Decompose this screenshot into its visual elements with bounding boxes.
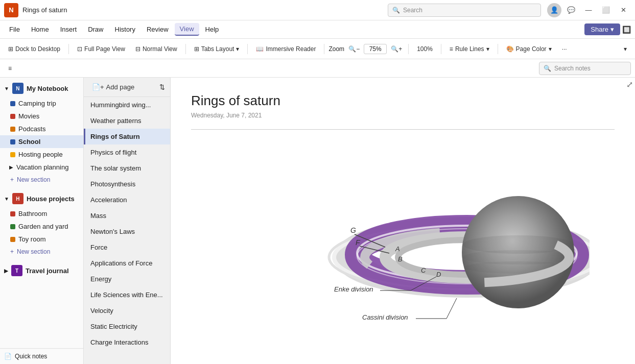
zoom-100-label: 100% — [417, 45, 433, 53]
tabs-layout-button[interactable]: ⊞ Tabs Layout ▾ — [190, 44, 244, 54]
menu-view[interactable]: View — [175, 23, 199, 36]
titlebar-search[interactable]: 🔍 Search — [388, 4, 541, 17]
travel-journal-header[interactable]: ▶ T Travel journal — [0, 262, 83, 279]
note-item-9[interactable]: Force — [84, 239, 170, 255]
sidebar-item-camping-trip[interactable]: Camping trip — [0, 97, 83, 110]
new-section-house-label: New section — [17, 248, 50, 255]
normal-view-label: Normal View — [143, 45, 177, 53]
tabs-chevron-icon: ▾ — [236, 45, 239, 53]
toolbar-sep-4 — [324, 44, 324, 54]
rule-lines-button[interactable]: ≡ Rule Lines ▾ — [445, 44, 493, 54]
dock-to-desktop-button[interactable]: ⊞ Dock to Desktop — [4, 44, 64, 54]
maximize-button[interactable]: ⬜ — [598, 3, 614, 17]
house-projects-header[interactable]: ▼ H House projects — [0, 190, 83, 207]
note-item-3[interactable]: Physics of flight — [84, 144, 170, 160]
add-page-label: Add page — [106, 83, 135, 91]
search-notes-input[interactable]: 🔍 Search notes — [539, 62, 631, 75]
menu-file[interactable]: File — [4, 23, 25, 35]
minimize-button[interactable]: — — [581, 3, 596, 17]
travel-journal-section: ▶ T Travel journal — [0, 260, 83, 281]
sidebar-item-school[interactable]: School — [0, 135, 83, 148]
toolbar-sep-1 — [68, 44, 69, 54]
note-item-0[interactable]: Hummingbird wing... — [84, 97, 170, 113]
collapse-sidebar-button[interactable]: 🔲 — [622, 26, 631, 34]
sidebar: ▼ N My Notebook Camping trip Movies Podc… — [0, 78, 84, 364]
toolbar-sep-7 — [498, 44, 498, 54]
full-page-view-button[interactable]: ⊡ Full Page View — [73, 44, 129, 54]
content-area: ⤢ Rings of saturn Wednesday, June 7, 202… — [171, 78, 635, 364]
page-color-button[interactable]: 🎨 Page Color ▾ — [502, 44, 556, 54]
profile-avatar[interactable]: 👤 — [547, 3, 561, 17]
toolbar-sep-6 — [441, 44, 441, 54]
note-item-6[interactable]: Acceleration — [84, 192, 170, 208]
normal-view-button[interactable]: ⊟ Normal View — [131, 44, 181, 54]
note-item-1[interactable]: Weather patterns — [84, 113, 170, 129]
note-item-10[interactable]: Applications of Force — [84, 255, 170, 271]
sidebar-item-vacation-planning[interactable]: ▶ Vacation planning — [0, 161, 83, 174]
my-notebook-header[interactable]: ▼ N My Notebook — [0, 80, 83, 97]
travel-journal-label: Travel journal — [26, 267, 69, 275]
svg-text:A: A — [395, 245, 400, 253]
note-item-12[interactable]: Life Sciences with Ene... — [84, 287, 170, 303]
menu-home[interactable]: Home — [26, 23, 54, 35]
menu-help[interactable]: Help — [200, 23, 224, 35]
svg-text:Cassini division: Cassini division — [362, 313, 408, 321]
menu-insert[interactable]: Insert — [55, 23, 82, 35]
zoom-out-button[interactable]: 🔍− — [346, 44, 362, 54]
quick-notes-button[interactable]: 📄 Quick notes — [0, 348, 83, 364]
note-item-2[interactable]: Rings of Saturn — [84, 129, 170, 144]
my-notebook-icon: N — [12, 83, 23, 94]
garden-label: Garden and yard — [18, 223, 68, 230]
search-notes-placeholder: Search notes — [554, 65, 591, 72]
feedback-button[interactable]: 💬 — [563, 3, 579, 17]
zoom-100-button[interactable]: 100% — [413, 44, 437, 54]
note-item-4[interactable]: The solar system — [84, 160, 170, 176]
zoom-in-button[interactable]: 🔍+ — [389, 44, 404, 54]
note-item-5[interactable]: Photosynthesis — [84, 176, 170, 192]
close-button[interactable]: ✕ — [616, 3, 631, 17]
toy-room-label: Toy room — [18, 235, 45, 243]
podcasts-label: Podcasts — [18, 125, 45, 133]
sidebar-item-bathroom[interactable]: Bathroom — [0, 207, 83, 220]
titlebar-controls: 👤 💬 — ⬜ ✕ — [547, 3, 631, 17]
menu-draw[interactable]: Draw — [83, 23, 108, 35]
menu-review[interactable]: Review — [142, 23, 174, 35]
sidebar-item-hosting-people[interactable]: Hosting people — [0, 148, 83, 161]
sidebar-item-podcasts[interactable]: Podcasts — [0, 123, 83, 135]
titlebar-title: Rings of saturn — [22, 6, 388, 14]
chevron-down-icon-2: ▼ — [4, 196, 9, 202]
note-item-15[interactable]: Charge Interactions — [84, 334, 170, 350]
my-notebook-section: ▼ N My Notebook Camping trip Movies Podc… — [0, 78, 83, 188]
sidebar-item-garden-yard[interactable]: Garden and yard — [0, 220, 83, 233]
note-item-14[interactable]: Static Electricity — [84, 319, 170, 334]
immersive-reader-button[interactable]: 📖 Immersive Reader — [252, 44, 320, 54]
search-icon: 🔍 — [392, 7, 400, 14]
note-item-13[interactable]: Velocity — [84, 303, 170, 319]
note-item-8[interactable]: Newton's Laws — [84, 224, 170, 239]
sidebar-item-movies[interactable]: Movies — [0, 110, 83, 123]
sidebar-item-toy-room[interactable]: Toy room — [0, 233, 83, 246]
rule-lines-icon: ≡ — [450, 45, 453, 53]
quick-notes-icon: 📄 — [4, 353, 12, 360]
search-notes-icon: 🔍 — [544, 65, 551, 72]
note-item-11[interactable]: Energy — [84, 271, 170, 287]
zoom-value[interactable]: 75% — [364, 44, 387, 54]
note-item-7[interactable]: Mass — [84, 208, 170, 224]
add-page-button[interactable]: 📄+ Add page — [89, 82, 137, 92]
expand-button[interactable]: ⤢ — [624, 78, 635, 91]
sidebar-new-section-mynote[interactable]: + New section — [0, 174, 83, 186]
more-options-button[interactable]: ··· — [558, 44, 571, 54]
toy-room-dot — [10, 237, 15, 242]
share-button[interactable]: Share ▾ — [584, 23, 620, 35]
svg-text:G: G — [350, 226, 356, 234]
sort-icon[interactable]: ⇅ — [159, 83, 165, 91]
toolbar-sep-3 — [247, 44, 248, 54]
rule-lines-chevron-icon: ▾ — [486, 45, 489, 53]
secondary-toolbar: ≡ 🔍 Search notes — [0, 59, 635, 78]
sidebar-new-section-house[interactable]: + New section — [0, 246, 83, 258]
normal-view-icon: ⊟ — [135, 45, 140, 53]
menu-history[interactable]: History — [110, 23, 140, 35]
toolbar-collapse-button[interactable]: ▾ — [620, 44, 631, 54]
sidebar-collapse-button[interactable]: ≡ — [4, 63, 16, 74]
notes-list: 📄+ Add page ⇅ Hummingbird wing... Weathe… — [84, 78, 171, 364]
